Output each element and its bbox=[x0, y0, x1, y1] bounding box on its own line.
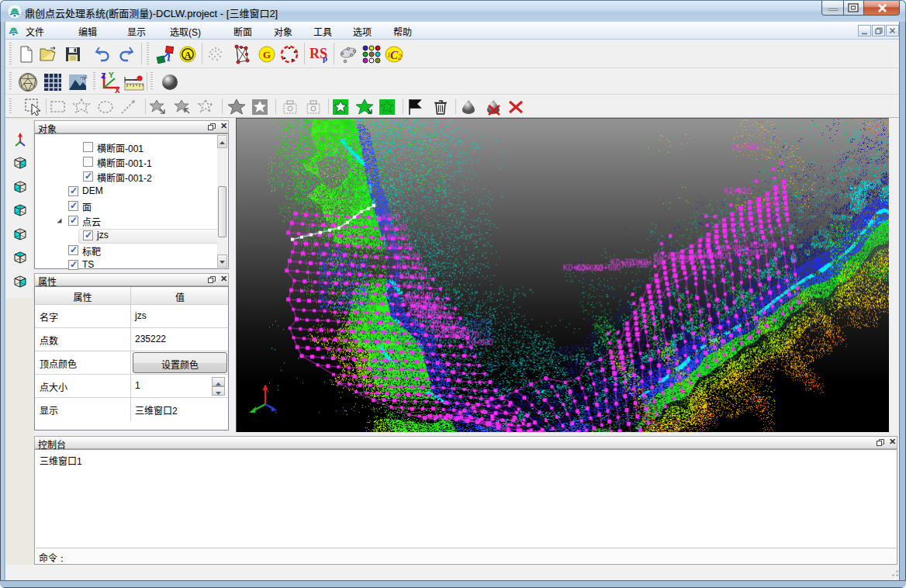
svg-text:p: p bbox=[323, 54, 327, 63]
svg-text:X: X bbox=[115, 86, 120, 94]
svg-text:G: G bbox=[263, 49, 271, 61]
svg-text:m²: m² bbox=[80, 74, 88, 81]
svg-text:Y: Y bbox=[109, 71, 114, 80]
svg-text:A: A bbox=[185, 50, 192, 61]
svg-text:Z: Z bbox=[101, 71, 106, 81]
svg-text:2: 2 bbox=[398, 53, 402, 61]
